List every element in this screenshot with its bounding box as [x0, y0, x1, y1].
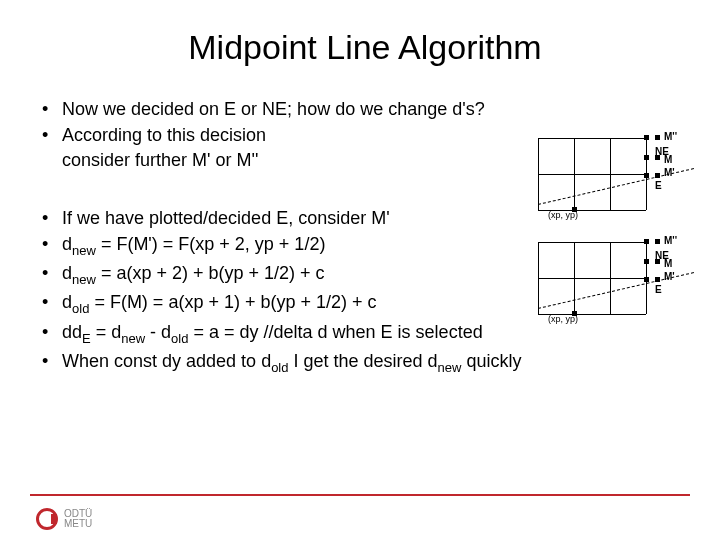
content-area: Now we decided on E or NE; how do we cha…	[40, 97, 690, 376]
diagram-bottom: M'' NE M M' E (xp, yp)	[530, 236, 688, 322]
label-m2: M''	[664, 235, 677, 246]
bullet-text: d	[62, 263, 72, 283]
bullet-text: When const dy added to d	[62, 351, 271, 371]
logo: ODTÜ METU	[36, 508, 92, 530]
logo-line: METU	[64, 518, 92, 529]
footer-divider	[30, 494, 690, 496]
diagram-top: M'' NE M M' E (xp, yp)	[530, 132, 688, 218]
bullet-text: = a(xp + 2) + b(yp + 1/2) + c	[96, 263, 325, 283]
point-marker	[655, 277, 660, 282]
bullet-text: - d	[145, 322, 171, 342]
label-m1: M'	[664, 167, 675, 178]
point-marker	[655, 239, 660, 244]
subscript: new	[121, 330, 145, 345]
point-marker	[644, 155, 649, 160]
logo-line: ODTÜ	[64, 508, 92, 519]
label-e: E	[655, 284, 662, 295]
bullet-text: dd	[62, 322, 82, 342]
subscript: new	[72, 243, 96, 258]
subscript: E	[82, 330, 91, 345]
logo-icon	[36, 508, 58, 530]
bullet-text: According to this decision	[62, 125, 266, 145]
bullet-text: Now we decided on E or NE; how do we cha…	[62, 99, 485, 119]
label-m: M	[664, 258, 672, 269]
page-title: Midpoint Line Algorithm	[40, 28, 690, 67]
subscript: old	[171, 330, 188, 345]
subscript: new	[438, 359, 462, 374]
label-xp: (xp, yp)	[548, 314, 578, 324]
bullet-item: When const dy added to dold I get the de…	[40, 349, 690, 376]
bullet-text: = F(M') = F(xp + 2, yp + 1/2)	[96, 234, 326, 254]
point-marker	[644, 135, 649, 140]
point-marker	[655, 135, 660, 140]
label-m1: M'	[664, 271, 675, 282]
bullet-text: quickly	[461, 351, 521, 371]
point-marker	[655, 173, 660, 178]
bullet-item: Now we decided on E or NE; how do we cha…	[40, 97, 690, 121]
logo-text: ODTÜ METU	[64, 509, 92, 530]
label-xp: (xp, yp)	[548, 210, 578, 220]
point-marker	[644, 259, 649, 264]
point-marker	[644, 277, 649, 282]
bullet-text: d	[62, 234, 72, 254]
bullet-text: d	[62, 292, 72, 312]
point-marker	[644, 173, 649, 178]
bullet-text: = a = dy //delta d when E is selected	[188, 322, 482, 342]
bullet-text: If we have plotted/decided E, consider M…	[62, 208, 390, 228]
label-e: E	[655, 180, 662, 191]
subscript: new	[72, 272, 96, 287]
subscript: old	[271, 359, 288, 374]
subscript: old	[72, 301, 89, 316]
label-m: M	[664, 154, 672, 165]
slide: Midpoint Line Algorithm Now we decided o…	[0, 0, 720, 540]
point-marker	[644, 239, 649, 244]
label-m2: M''	[664, 131, 677, 142]
bullet-text: = F(M) = a(xp + 1) + b(yp + 1/2) + c	[89, 292, 376, 312]
bullet-text: = d	[91, 322, 122, 342]
diagrams: M'' NE M M' E (xp, yp)	[530, 132, 690, 340]
bullet-text: I get the desired d	[289, 351, 438, 371]
bullet-text: consider further M' or M''	[62, 150, 258, 170]
